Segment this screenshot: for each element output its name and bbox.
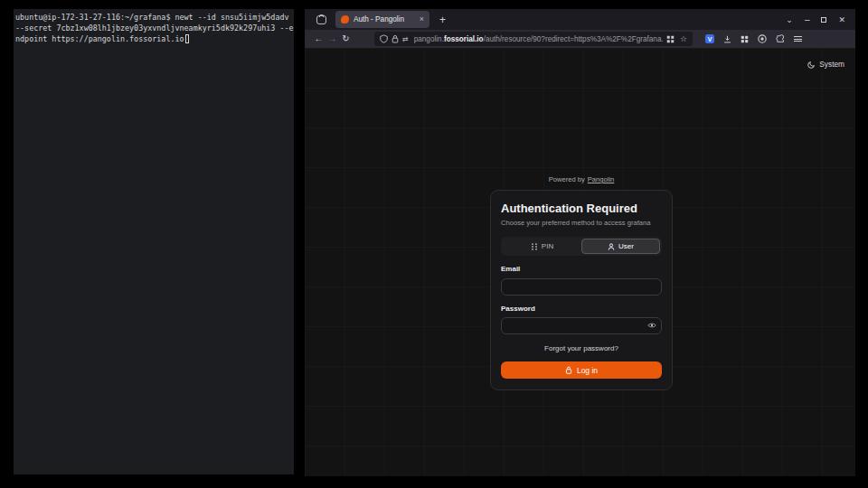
tab-user-label: User: [618, 242, 634, 250]
card-subtitle: Choose your preferred method to access g…: [501, 219, 662, 227]
login-button[interactable]: Log in: [501, 361, 662, 379]
url-text[interactable]: pangolin.fossorial.io/auth/resource/90?r…: [414, 35, 663, 43]
pangolin-link[interactable]: Pangolin: [588, 175, 615, 183]
auth-page: System Powered by Pangolin Authenticatio…: [305, 48, 855, 476]
browser-nav-bar: ← → ↻ ⇄ pangolin.fossorial.io/auth/resou…: [305, 30, 855, 48]
email-label: Email: [501, 265, 662, 273]
keypad-icon: [531, 243, 538, 250]
forward-button[interactable]: →: [326, 34, 339, 43]
eye-icon: [647, 322, 656, 329]
login-lock-icon: [565, 366, 572, 374]
firefox-view-icon[interactable]: [316, 15, 326, 24]
minimize-button[interactable]: –: [805, 14, 810, 24]
password-label: Password: [501, 305, 662, 313]
adblocker-circle-icon[interactable]: [758, 34, 767, 43]
url-path: /auth/resource/90?redirect=https%3A%2F%2…: [484, 35, 663, 43]
extensions-grid-icon[interactable]: [741, 35, 749, 43]
user-icon: [608, 243, 615, 250]
container-grid-icon[interactable]: [666, 35, 675, 43]
browser-window: Auth - Pangolin × + ⌄ – ✕ ← → ↻: [305, 9, 855, 476]
tab-pin[interactable]: PIN: [503, 239, 581, 254]
browser-tab-bar: Auth - Pangolin × + ⌄ – ✕: [305, 9, 855, 30]
extension-badge-icon[interactable]: V: [705, 34, 714, 43]
moon-icon: [807, 61, 816, 69]
tab-title: Auth - Pangolin: [354, 15, 415, 23]
show-password-button[interactable]: [647, 322, 656, 329]
auth-method-tabs: PIN User: [501, 237, 662, 256]
powered-by-text: Powered by: [549, 175, 585, 183]
permissions-swap-icon[interactable]: ⇄: [402, 35, 409, 43]
menu-hamburger-icon[interactable]: [794, 36, 802, 42]
url-host-prefix: pangolin.: [414, 35, 444, 43]
tab-close-icon[interactable]: ×: [420, 15, 424, 23]
lock-icon[interactable]: [392, 34, 399, 43]
maximize-button[interactable]: [821, 17, 826, 23]
desktop: ubuntu@ip-172-31-27-116:~/grafana$ newt …: [0, 0, 868, 488]
terminal-cursor: [185, 34, 190, 43]
list-tabs-chevron-icon[interactable]: ⌄: [786, 15, 793, 24]
url-host: fossorial.io: [444, 35, 484, 43]
back-button[interactable]: ←: [312, 34, 326, 43]
new-tab-button[interactable]: +: [439, 14, 446, 26]
terminal-line: --secret 7cbz1xw08lh1jbzey03yxvndljvneam…: [15, 23, 293, 33]
bookmark-star-icon[interactable]: ☆: [680, 34, 687, 43]
tab-user[interactable]: User: [581, 239, 660, 254]
browser-tab-active[interactable]: Auth - Pangolin ×: [335, 11, 429, 28]
reload-button[interactable]: ↻: [339, 34, 353, 43]
terminal-line: ubuntu@ip-172-31-27-116:~/grafana$ newt …: [15, 12, 293, 23]
terminal-line-text: ndpoint https://pangolin.fossorial.io: [15, 34, 184, 43]
powered-by: Powered by Pangolin: [490, 175, 673, 183]
forgot-password-link[interactable]: Forgot your password?: [501, 344, 662, 352]
pangolin-favicon-icon: [341, 15, 349, 23]
login-button-label: Log in: [577, 366, 598, 375]
password-field[interactable]: [501, 317, 662, 334]
theme-toggle[interactable]: System: [807, 60, 844, 69]
puzzle-extension-icon[interactable]: [776, 34, 785, 43]
downloads-icon[interactable]: [723, 35, 731, 43]
theme-toggle-label: System: [819, 60, 844, 69]
terminal-line: ndpoint https://pangolin.fossorial.io: [15, 33, 293, 44]
tracking-shield-icon[interactable]: [380, 34, 388, 43]
url-bar[interactable]: ⇄ pangolin.fossorial.io/auth/resource/90…: [374, 32, 693, 46]
tab-pin-label: PIN: [542, 242, 553, 250]
terminal-window[interactable]: ubuntu@ip-172-31-27-116:~/grafana$ newt …: [14, 9, 294, 474]
auth-card: Authentication Required Choose your pref…: [490, 190, 673, 390]
card-title: Authentication Required: [501, 202, 662, 215]
close-window-button[interactable]: ✕: [838, 15, 845, 24]
email-field[interactable]: [501, 278, 662, 296]
